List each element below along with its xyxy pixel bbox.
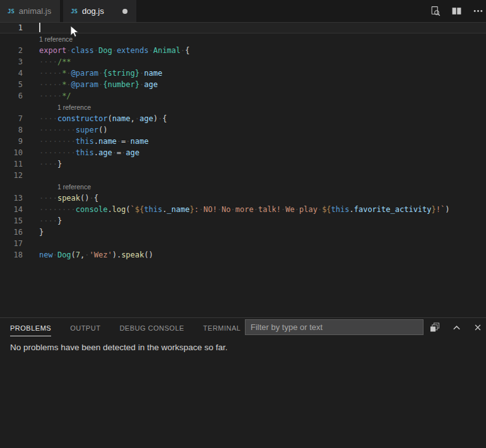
tab-dog.js[interactable]: JSdog.js: [63, 0, 136, 22]
line-number: 3: [0, 56, 39, 68]
panel-actions: [429, 318, 483, 337]
line-number: 15: [0, 215, 39, 227]
code-text: ········this.age·=·age: [39, 147, 139, 158]
line-number: 14: [0, 204, 39, 215]
line-number: 18: [0, 249, 39, 261]
js-file-icon: JS: [71, 8, 78, 15]
code-line[interactable]: 10········this.age·=·age: [0, 147, 486, 158]
code-text: ········super(): [39, 124, 107, 136]
close-panel-icon[interactable]: [472, 322, 483, 333]
problems-empty-message: No problems have been detected in the wo…: [0, 337, 486, 358]
code-line[interactable]: 14········console.log(`${this._name}:·NO…: [0, 204, 486, 215]
code-line[interactable]: 1: [0, 22, 486, 33]
collapse-all-icon[interactable]: [429, 322, 441, 333]
panel-tabs: PROBLEMSOUTPUTDEBUG CONSOLETERMINAL: [0, 319, 240, 336]
line-number: 1: [0, 22, 39, 33]
tab-label: animal.js: [19, 6, 51, 16]
maximize-panel-icon[interactable]: [451, 322, 462, 333]
more-actions-icon[interactable]: [472, 6, 483, 17]
code-editor[interactable]: 11 reference2export·class·Dog·extends·An…: [0, 22, 486, 317]
line-number: 8: [0, 124, 39, 136]
split-editor-icon[interactable]: [451, 6, 462, 17]
code-line[interactable]: 11····}: [0, 158, 486, 170]
search-file-icon[interactable]: [429, 6, 441, 17]
code-text: new·Dog(7,·'Wez').speak(): [39, 249, 153, 261]
panel-tab-problems[interactable]: PROBLEMS: [10, 319, 51, 336]
code-line[interactable]: 2export·class·Dog·extends·Animal·{: [0, 45, 486, 56]
code-text: ····/**: [39, 56, 71, 68]
code-line[interactable]: 3····/**: [0, 56, 486, 68]
code-line[interactable]: 15····}: [0, 215, 486, 227]
line-number: 6: [0, 90, 39, 102]
panel-header: PROBLEMSOUTPUTDEBUG CONSOLETERMINAL: [0, 318, 486, 337]
panel-tab-debug-console[interactable]: DEBUG CONSOLE: [119, 319, 184, 336]
codelens-reference[interactable]: 1 reference: [0, 102, 486, 113]
panel-tab-terminal[interactable]: TERMINAL: [203, 319, 241, 336]
code-text: export·class·Dog·extends·Animal·{: [39, 45, 190, 56]
code-line[interactable]: 18new·Dog(7,·'Wez').speak(): [0, 249, 486, 261]
tab-label: dog.js: [82, 6, 104, 16]
code-text: ····}: [39, 158, 62, 170]
code-line[interactable]: 5·····*·@param·{number}·age: [0, 79, 486, 90]
text-cursor: [39, 23, 40, 32]
code-text: }: [39, 227, 44, 238]
line-number: 7: [0, 113, 39, 124]
code-text: ········this.name·=·name: [39, 136, 148, 147]
line-number: 2: [0, 45, 39, 56]
problems-panel: PROBLEMSOUTPUTDEBUG CONSOLETERMINAL No p…: [0, 317, 486, 448]
line-number: 11: [0, 158, 39, 170]
tab-animal.js[interactable]: JSanimal.js: [0, 0, 60, 22]
code-text: ·····*·@param·{number}·age: [39, 79, 158, 90]
code-text: ········console.log(`${this._name}:·NO!·…: [39, 204, 449, 215]
code-text: ·····*·@param·{string}·name: [39, 68, 162, 79]
code-line[interactable]: 17: [0, 238, 486, 249]
line-number: 10: [0, 147, 39, 158]
code-line[interactable]: 12: [0, 170, 486, 181]
line-number: 17: [0, 238, 39, 249]
line-number: 4: [0, 68, 39, 79]
editor-actions: [429, 0, 483, 22]
line-number: 9: [0, 136, 39, 147]
problems-filter-input[interactable]: [245, 319, 424, 335]
code-line[interactable]: 6·····*/: [0, 90, 486, 102]
code-line[interactable]: 9········this.name·=·name: [0, 136, 486, 147]
code-text: ····}: [39, 215, 62, 227]
tab-bar-tabs: JSanimal.jsJSdog.js: [0, 0, 136, 22]
editor-tab-bar: JSanimal.jsJSdog.js: [0, 0, 486, 22]
line-number: 12: [0, 170, 39, 181]
code-line[interactable]: 4·····*·@param·{string}·name: [0, 68, 486, 79]
code-line[interactable]: 13····speak()·{: [0, 192, 486, 204]
code-text: ····speak()·{: [39, 192, 98, 204]
code-text: [39, 22, 40, 33]
line-number: 5: [0, 79, 39, 90]
codelens-reference[interactable]: 1 reference: [0, 181, 486, 192]
line-number: 16: [0, 227, 39, 238]
modified-dot-icon[interactable]: [122, 9, 127, 14]
code-line[interactable]: 16}: [0, 227, 486, 238]
panel-tab-output[interactable]: OUTPUT: [70, 319, 100, 336]
code-text: ····constructor(name,·age)·{: [39, 113, 167, 124]
code-line[interactable]: 7····constructor(name,·age)·{: [0, 113, 486, 124]
code-line[interactable]: 8········super(): [0, 124, 486, 136]
code-text: ·····*/: [39, 90, 71, 102]
codelens-reference[interactable]: 1 reference: [0, 33, 486, 45]
line-number: 13: [0, 192, 39, 204]
js-file-icon: JS: [8, 8, 15, 15]
